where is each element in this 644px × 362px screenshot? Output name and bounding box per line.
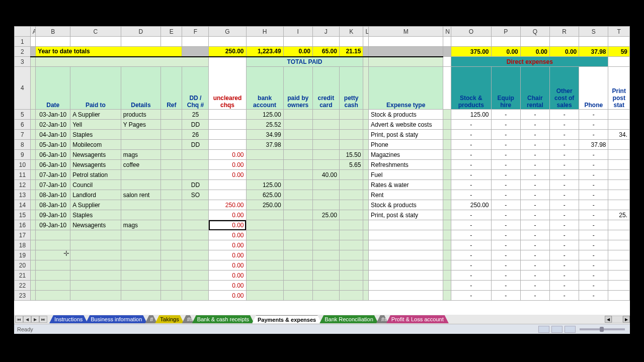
cell-paidto[interactable]: Petrol station xyxy=(70,170,121,180)
cell-credit[interactable] xyxy=(312,220,339,230)
cell-a[interactable] xyxy=(30,291,36,301)
scroll-left-icon[interactable]: ◀ xyxy=(605,316,612,323)
cell-equip[interactable]: - xyxy=(491,190,520,200)
cell-chair[interactable]: - xyxy=(520,291,549,301)
cell-print[interactable] xyxy=(608,160,630,170)
cell-credit[interactable] xyxy=(312,291,339,301)
cell-phone[interactable]: - xyxy=(579,190,608,200)
row-header[interactable]: 17 xyxy=(15,230,31,240)
cell-n[interactable] xyxy=(443,240,451,250)
cell-l[interactable] xyxy=(363,120,369,130)
cell-details[interactable]: coffee xyxy=(121,160,160,170)
cell-paidto[interactable]: Council xyxy=(70,180,121,190)
cell-uncleared[interactable]: 0.00 xyxy=(209,260,246,270)
cell-other[interactable]: - xyxy=(550,110,579,120)
cell-ddchq[interactable]: DD xyxy=(182,120,209,130)
cell-bank[interactable] xyxy=(246,240,283,250)
cell-credit[interactable] xyxy=(312,270,339,281)
cell-print[interactable]: 34. xyxy=(608,130,630,140)
cell-equip[interactable]: - xyxy=(491,260,520,270)
cell-ddchq[interactable]: DD xyxy=(182,140,209,150)
tab-nav-last-icon[interactable]: ⏭ xyxy=(39,316,47,323)
cell-stock[interactable]: - xyxy=(451,220,491,230)
cell-n[interactable] xyxy=(443,260,451,270)
cell-uncleared[interactable]: 0.00 xyxy=(209,220,246,230)
cell-petty[interactable] xyxy=(339,281,363,291)
tab-nav-next-icon[interactable]: ▶ xyxy=(31,316,39,323)
col-header[interactable]: F xyxy=(182,27,209,37)
cell-n[interactable] xyxy=(443,291,451,301)
empty-row[interactable]: 180.00----- xyxy=(15,240,630,250)
cell-other[interactable]: - xyxy=(550,160,579,170)
cell-ddchq[interactable] xyxy=(182,260,209,270)
cell-chair[interactable]: - xyxy=(520,281,549,291)
cell-credit[interactable]: 40.00 xyxy=(312,170,339,180)
cell-details[interactable] xyxy=(121,140,160,150)
cell-paidto[interactable]: Landlord xyxy=(70,190,121,200)
cell-phone[interactable]: - xyxy=(579,130,608,140)
cell-details[interactable] xyxy=(121,250,160,260)
cell-l[interactable] xyxy=(363,230,369,240)
cell-date[interactable]: 09-Jan-10 xyxy=(36,210,70,220)
cell-print[interactable] xyxy=(608,120,630,130)
cell-ddchq[interactable] xyxy=(182,281,209,291)
cell-phone[interactable]: - xyxy=(579,240,608,250)
cell-chair[interactable]: - xyxy=(520,230,549,240)
empty-row[interactable]: 190.00----- xyxy=(15,250,630,260)
cell-ddchq[interactable] xyxy=(182,291,209,301)
row-header[interactable]: 19 xyxy=(15,250,31,260)
cell-phone[interactable]: - xyxy=(579,291,608,301)
cell-stock[interactable]: - xyxy=(451,291,491,301)
cell-bank[interactable]: 125.00 xyxy=(246,180,283,190)
col-header[interactable]: D xyxy=(121,27,160,37)
cell-date[interactable] xyxy=(36,291,70,301)
cell-expensetype[interactable]: Advert & website costs xyxy=(369,120,443,130)
cell-l[interactable] xyxy=(363,250,369,260)
cell-stock[interactable]: - xyxy=(451,250,491,260)
cell-stock[interactable]: - xyxy=(451,170,491,180)
cell-chair[interactable]: - xyxy=(520,180,549,190)
cell-uncleared[interactable]: 0.00 xyxy=(209,160,246,170)
cell-other[interactable]: - xyxy=(550,150,579,160)
row-1[interactable]: 1 xyxy=(15,37,630,47)
col-header[interactable]: A xyxy=(30,27,36,37)
cell-stock[interactable]: 125.00 xyxy=(451,110,491,120)
cell-ref[interactable] xyxy=(161,260,182,270)
cell-n[interactable] xyxy=(443,190,451,200)
cell-print[interactable]: 25. xyxy=(608,210,630,220)
cell-l[interactable] xyxy=(363,130,369,140)
cell-details[interactable]: products xyxy=(121,110,160,120)
row-header[interactable]: 7 xyxy=(15,130,31,140)
cell-owners[interactable] xyxy=(283,160,312,170)
cell-details[interactable] xyxy=(121,170,160,180)
row-header[interactable]: 3 xyxy=(15,57,31,67)
grid-table[interactable]: A B C D E F G H I J K L M N O P Q R S T xyxy=(14,26,630,301)
cell-petty[interactable] xyxy=(339,120,363,130)
cell-ref[interactable] xyxy=(161,210,182,220)
cell-ref[interactable] xyxy=(161,170,182,180)
cell-chair[interactable]: - xyxy=(520,220,549,230)
col-header[interactable]: R xyxy=(550,27,579,37)
cell-uncleared[interactable]: 0.00 xyxy=(209,250,246,260)
cell-other[interactable]: - xyxy=(550,180,579,190)
cell-date[interactable] xyxy=(36,250,70,260)
row-header[interactable]: 16 xyxy=(15,220,31,230)
cell-ref[interactable] xyxy=(161,230,182,240)
cell-paidto[interactable]: Newsagents xyxy=(70,220,121,230)
data-row[interactable]: 1107-Jan-10Petrol station0.0040.00Fuel--… xyxy=(15,170,630,180)
cell-petty[interactable] xyxy=(339,240,363,250)
tab-payments-expenses[interactable]: Payments & expenses xyxy=(252,315,321,323)
cell-n[interactable] xyxy=(443,130,451,140)
tab-nav[interactable]: ⏮ ◀ ▶ ⏭ xyxy=(15,316,47,323)
cell-stock[interactable]: - xyxy=(451,270,491,281)
cell-a[interactable] xyxy=(30,140,36,150)
cell-print[interactable] xyxy=(608,281,630,291)
cell-bank[interactable] xyxy=(246,260,283,270)
cell-paidto[interactable] xyxy=(70,281,121,291)
cell-chair[interactable]: - xyxy=(520,250,549,260)
cell-ref[interactable] xyxy=(161,150,182,160)
cell-bank[interactable] xyxy=(246,170,283,180)
cell-petty[interactable] xyxy=(339,250,363,260)
cell-bank[interactable] xyxy=(246,160,283,170)
cell-paidto[interactable]: Mobilecom xyxy=(70,140,121,150)
